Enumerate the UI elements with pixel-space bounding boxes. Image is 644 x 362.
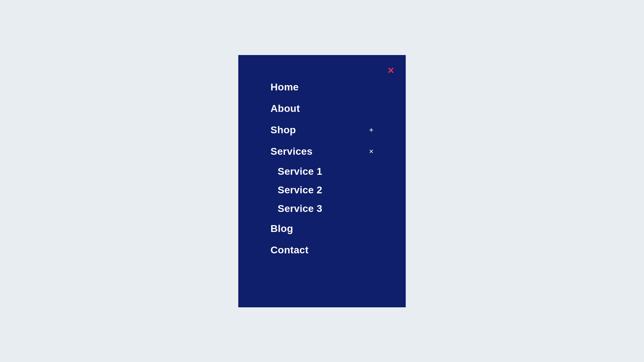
- submenu-item-service3[interactable]: Service 3: [278, 199, 374, 218]
- nav-item-home-label: Home: [270, 81, 299, 93]
- nav-item-contact[interactable]: Contact: [270, 239, 374, 261]
- nav-item-blog[interactable]: Blog: [270, 218, 374, 239]
- nav-item-about-label: About: [270, 103, 300, 114]
- nav-item-contact-label: Contact: [270, 244, 308, 256]
- services-submenu: Service 1 Service 2 Service 3: [270, 162, 374, 218]
- shop-expand-icon[interactable]: +: [369, 126, 374, 134]
- services-collapse-icon[interactable]: ×: [369, 148, 374, 155]
- nav-item-about[interactable]: About: [270, 98, 374, 119]
- nav-item-home[interactable]: Home: [270, 76, 374, 98]
- menu-overlay: ✕ Home About Shop + Services × Service 1…: [238, 55, 406, 307]
- service1-label: Service 1: [278, 166, 322, 177]
- nav-list: Home About Shop + Services × Service 1 S…: [270, 76, 374, 261]
- service2-label: Service 2: [278, 184, 322, 195]
- submenu-item-service2[interactable]: Service 2: [278, 181, 374, 199]
- nav-item-blog-label: Blog: [270, 223, 293, 234]
- nav-item-services-label: Services: [270, 146, 313, 157]
- nav-item-shop[interactable]: Shop +: [270, 119, 374, 141]
- service3-label: Service 3: [278, 203, 322, 214]
- close-icon: ✕: [387, 66, 394, 75]
- nav-item-shop-label: Shop: [270, 124, 296, 136]
- nav-item-services[interactable]: Services ×: [270, 141, 374, 162]
- close-button[interactable]: ✕: [386, 65, 396, 76]
- submenu-item-service1[interactable]: Service 1: [278, 162, 374, 181]
